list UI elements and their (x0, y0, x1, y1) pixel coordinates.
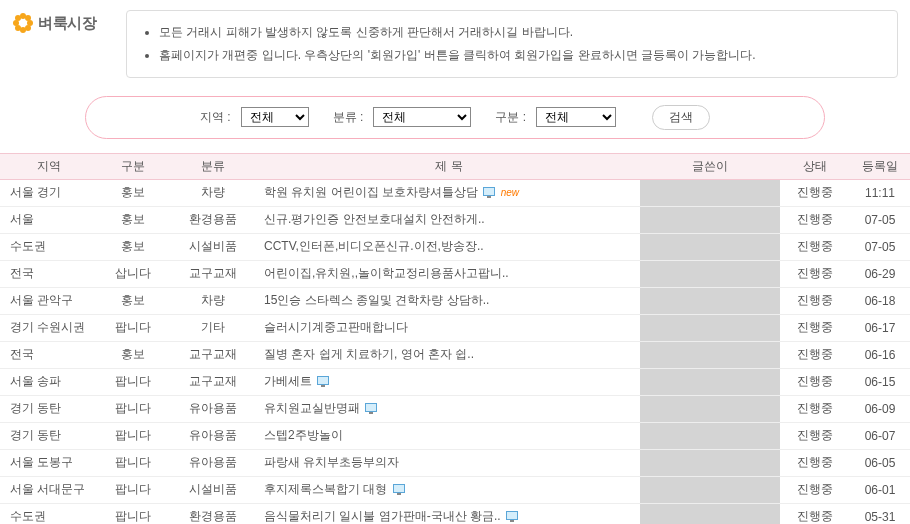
cell-status: 진행중 (780, 422, 850, 449)
region-label: 지역 : (200, 109, 231, 126)
notice-item: 모든 거래시 피해가 발생하지 않도록 신중하게 판단해서 거래하시길 바랍니다… (159, 21, 881, 44)
cell-status: 진행중 (780, 503, 850, 524)
cell-author (640, 314, 780, 341)
cell-date: 06-29 (850, 260, 910, 287)
cell-category: 교구교재 (168, 368, 258, 395)
cell-status: 진행중 (780, 341, 850, 368)
notice-item: 홈페이지가 개편중 입니다. 우측상단의 '회원가입' 버튼을 클릭하여 회원가… (159, 44, 881, 67)
cell-category: 유아용품 (168, 449, 258, 476)
cell-author (640, 233, 780, 260)
type-select[interactable]: 전체 (536, 107, 616, 127)
cell-title[interactable]: 유치원교실반명패 (258, 395, 640, 422)
cell-category: 환경용품 (168, 503, 258, 524)
cell-date: 06-16 (850, 341, 910, 368)
table-row[interactable]: 서울 서대문구팝니다시설비품후지제록스복합기 대형 진행중06-01 (0, 476, 910, 503)
cell-type: 팝니다 (98, 395, 168, 422)
cell-date: 06-15 (850, 368, 910, 395)
cell-type: 홍보 (98, 341, 168, 368)
cell-status: 진행중 (780, 395, 850, 422)
type-label: 구분 : (495, 109, 526, 126)
table-row[interactable]: 경기 수원시권팝니다기타슬러시기계중고판매합니다진행중06-17 (0, 314, 910, 341)
col-author: 글쓴이 (640, 153, 780, 179)
new-badge: new (501, 187, 519, 198)
search-button[interactable]: 검색 (652, 105, 710, 130)
cell-author (640, 179, 780, 206)
svg-point-5 (25, 15, 31, 21)
cell-type: 팝니다 (98, 368, 168, 395)
table-row[interactable]: 수도권팝니다환경용품음식물처리기 일시불 염가판매-국내산 황금.. 진행중05… (0, 503, 910, 524)
table-row[interactable]: 서울 송파팝니다교구교재가베세트 진행중06-15 (0, 368, 910, 395)
cell-date: 05-31 (850, 503, 910, 524)
cell-type: 팝니다 (98, 476, 168, 503)
category-select[interactable]: 전체 (373, 107, 471, 127)
cell-title[interactable]: 음식물처리기 일시불 염가판매-국내산 황금.. (258, 503, 640, 524)
svg-point-7 (25, 25, 31, 31)
cell-title[interactable]: 학원 유치원 어린이집 보호차량셔틀상담 new (258, 179, 640, 206)
site-logo[interactable]: 벼룩시장 (12, 10, 112, 34)
cell-status: 진행중 (780, 206, 850, 233)
cell-title[interactable]: 어린이집,유치원,,놀이학교정리용품사고팝니.. (258, 260, 640, 287)
cell-author (640, 476, 780, 503)
cell-author (640, 449, 780, 476)
cell-category: 차량 (168, 179, 258, 206)
cell-category: 교구교재 (168, 260, 258, 287)
cell-region: 수도권 (0, 503, 98, 524)
cell-author (640, 422, 780, 449)
cell-title[interactable]: 15인승 스타렉스 종일및 견학차량 상담하.. (258, 287, 640, 314)
cell-title[interactable]: 신규.평가인증 안전보호대설치 안전하게.. (258, 206, 640, 233)
cell-region: 서울 관악구 (0, 287, 98, 314)
cell-region: 경기 동탄 (0, 422, 98, 449)
table-header-row: 지역 구분 분류 제 목 글쓴이 상태 등록일 (0, 153, 910, 179)
region-select[interactable]: 전체 (241, 107, 309, 127)
cell-status: 진행중 (780, 476, 850, 503)
cell-date: 06-01 (850, 476, 910, 503)
cell-region: 경기 수원시권 (0, 314, 98, 341)
cell-type: 팝니다 (98, 314, 168, 341)
table-row[interactable]: 전국삽니다교구교재어린이집,유치원,,놀이학교정리용품사고팝니..진행중06-2… (0, 260, 910, 287)
category-label: 분류 : (333, 109, 364, 126)
cell-category: 환경용품 (168, 206, 258, 233)
cell-author (640, 341, 780, 368)
table-row[interactable]: 서울 관악구홍보차량15인승 스타렉스 종일및 견학차량 상담하..진행중06-… (0, 287, 910, 314)
table-row[interactable]: 서울 경기홍보차량학원 유치원 어린이집 보호차량셔틀상담 new진행중11:1… (0, 179, 910, 206)
cell-region: 서울 경기 (0, 179, 98, 206)
cell-status: 진행중 (780, 314, 850, 341)
col-region: 지역 (0, 153, 98, 179)
cell-type: 팝니다 (98, 449, 168, 476)
table-row[interactable]: 경기 동탄팝니다유아용품유치원교실반명패 진행중06-09 (0, 395, 910, 422)
cell-type: 홍보 (98, 206, 168, 233)
table-row[interactable]: 서울 도봉구팝니다유아용품파랑새 유치부초등부의자진행중06-05 (0, 449, 910, 476)
table-row[interactable]: 서울홍보환경용품신규.평가인증 안전보호대설치 안전하게..진행중07-05 (0, 206, 910, 233)
cell-date: 06-07 (850, 422, 910, 449)
cell-type: 홍보 (98, 287, 168, 314)
cell-title[interactable]: 후지제록스복합기 대형 (258, 476, 640, 503)
col-title: 제 목 (258, 153, 640, 179)
col-type: 구분 (98, 153, 168, 179)
cell-title[interactable]: 가베세트 (258, 368, 640, 395)
cell-status: 진행중 (780, 260, 850, 287)
cell-type: 홍보 (98, 179, 168, 206)
table-row[interactable]: 경기 동탄팝니다유아용품스텝2주방놀이진행중06-07 (0, 422, 910, 449)
image-icon (506, 511, 518, 521)
cell-status: 진행중 (780, 368, 850, 395)
table-row[interactable]: 수도권홍보시설비품CCTV,인터폰,비디오폰신규.이전,방송장..진행중07-0… (0, 233, 910, 260)
cell-author (640, 368, 780, 395)
cell-title[interactable]: 슬러시기계중고판매합니다 (258, 314, 640, 341)
cell-region: 경기 동탄 (0, 395, 98, 422)
cell-category: 차량 (168, 287, 258, 314)
cell-title[interactable]: CCTV,인터폰,비디오폰신규.이전,방송장.. (258, 233, 640, 260)
cell-author (640, 206, 780, 233)
cell-date: 07-05 (850, 233, 910, 260)
svg-point-4 (15, 15, 21, 21)
cell-region: 서울 송파 (0, 368, 98, 395)
cell-date: 11:11 (850, 179, 910, 206)
cell-title[interactable]: 질병 혼자 쉽게 치료하기, 영어 혼자 쉽.. (258, 341, 640, 368)
cell-status: 진행중 (780, 179, 850, 206)
image-icon (483, 187, 495, 197)
cell-type: 홍보 (98, 233, 168, 260)
svg-point-6 (15, 25, 21, 31)
cell-category: 교구교재 (168, 341, 258, 368)
table-row[interactable]: 전국홍보교구교재질병 혼자 쉽게 치료하기, 영어 혼자 쉽..진행중06-16 (0, 341, 910, 368)
cell-title[interactable]: 스텝2주방놀이 (258, 422, 640, 449)
cell-title[interactable]: 파랑새 유치부초등부의자 (258, 449, 640, 476)
